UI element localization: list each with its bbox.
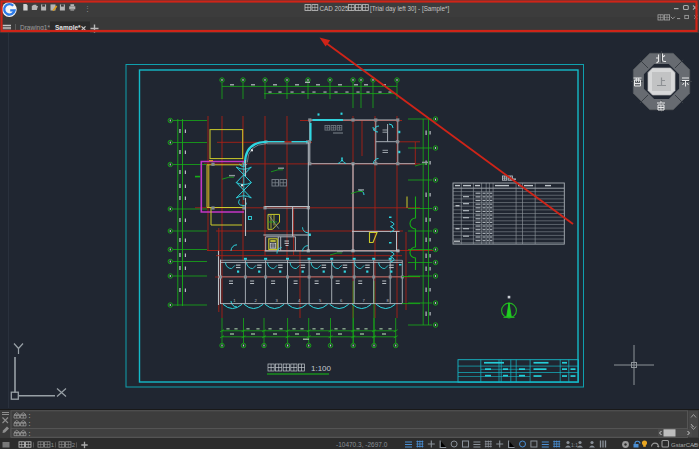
svg-text:2: 2 — [254, 298, 257, 303]
svg-text:1:100: 1:100 — [311, 364, 332, 373]
svg-text:GstarCAD: GstarCAD — [671, 442, 699, 448]
svg-text:6: 6 — [340, 298, 343, 303]
svg-text:5: 5 — [319, 298, 322, 303]
svg-text:1: 1 — [233, 298, 236, 303]
svg-text::: : — [28, 431, 32, 438]
svg-text:-10470.3, -2697.0: -10470.3, -2697.0 — [336, 441, 388, 448]
svg-text:4: 4 — [298, 298, 301, 303]
svg-text:1:1: 1:1 — [571, 442, 578, 448]
svg-text:7: 7 — [363, 298, 366, 303]
svg-text::: : — [28, 413, 32, 420]
svg-text:8: 8 — [387, 298, 390, 303]
svg-text:2: 2 — [72, 442, 76, 448]
svg-text:[Trial day left 30] - [Sample*: [Trial day left 30] - [Sample*] — [370, 5, 449, 13]
svg-text:3: 3 — [275, 298, 278, 303]
svg-text:⋮: ⋮ — [84, 5, 91, 12]
svg-text:1: 1 — [51, 442, 55, 448]
svg-text::: : — [28, 421, 32, 428]
svg-text:CAD 2025: CAD 2025 — [320, 5, 350, 12]
